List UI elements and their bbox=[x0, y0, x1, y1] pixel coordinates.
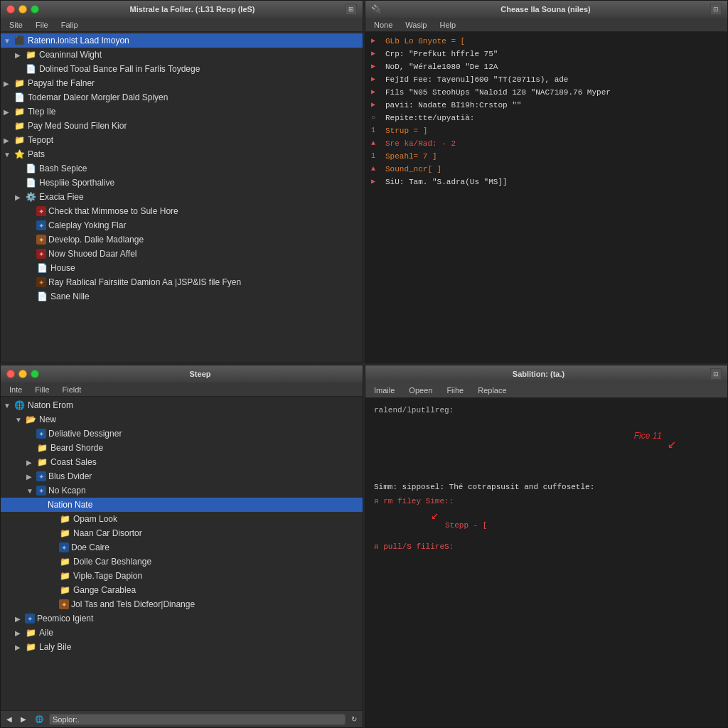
toolbar-replace[interactable]: Replace bbox=[472, 385, 512, 396]
folder-icon: 📁 bbox=[59, 513, 70, 525]
tree-item[interactable]: 📄Todemar Daleor Morgler Dald Spiyen bbox=[1, 90, 363, 105]
tree-item[interactable]: 📄House bbox=[1, 261, 363, 275]
tree-item[interactable]: ▶✦Peomico Igient bbox=[1, 611, 363, 626]
menu-help[interactable]: Help bbox=[434, 19, 461, 31]
tree-item-label: Beard Shorde bbox=[50, 443, 103, 453]
close-button-3[interactable] bbox=[6, 370, 15, 378]
toolbar-imaile[interactable]: Imaile bbox=[368, 385, 400, 396]
menu-wasip[interactable]: Wasip bbox=[400, 19, 432, 31]
tree-item[interactable]: ▶⚙️Exacia Fiee bbox=[1, 190, 363, 204]
menubar-1: Site File Falip bbox=[1, 18, 363, 32]
stepp-search-input[interactable] bbox=[49, 714, 346, 725]
window-expand-4[interactable]: ⊡ bbox=[710, 368, 722, 380]
folder-icon: 📁 bbox=[14, 106, 25, 117]
tree-item[interactable]: ▼⬛Ratenn.ionist Laad Imoyon bbox=[1, 33, 363, 48]
tree-item[interactable]: ✦Check that Mimmose to Sule Hore bbox=[1, 204, 363, 218]
nav-back[interactable]: ◀ bbox=[4, 714, 15, 724]
close-button-1[interactable] bbox=[6, 5, 15, 14]
tree-item[interactable]: 📄Hespliie Sporthalive bbox=[1, 176, 363, 190]
menu-inte[interactable]: Inte bbox=[4, 384, 28, 395]
code-line: ▲ Sound_ncr[ ] bbox=[371, 163, 722, 176]
tree-item[interactable]: ✦Doe Caire bbox=[1, 540, 363, 555]
tree-item[interactable]: 📁Viple.Tage Dapion bbox=[1, 569, 363, 583]
tree-content-3: ▼🌐Naton Erom▼📂New✦Deliative Dessigner📁Be… bbox=[1, 397, 363, 710]
tree-item-label: House bbox=[50, 263, 75, 273]
tree-item[interactable]: ▶📁Tlep Ile bbox=[1, 105, 363, 119]
window-expand-1[interactable]: ⊞ bbox=[346, 4, 357, 15]
tree-item[interactable]: ▼📂New bbox=[1, 412, 363, 427]
folder-gear-icon: 📂 bbox=[25, 414, 36, 425]
app-icon: ⬛ bbox=[14, 35, 25, 46]
nav-refresh[interactable]: ↻ bbox=[348, 714, 360, 724]
tree-item-label: Naan Car Disortor bbox=[73, 528, 142, 538]
tree-item-label: Ceaninnal Wight bbox=[39, 50, 102, 60]
tree-panel-1[interactable]: ▼⬛Ratenn.ionist Laad Imoyon▶📁Ceaninnal W… bbox=[1, 32, 363, 363]
tree-item[interactable]: 📁Beard Shorde bbox=[1, 441, 363, 455]
tree-item[interactable]: 📁Naan Car Disortor bbox=[1, 526, 363, 540]
code-panel-1[interactable]: ▶ GLb Lo Gnyote = [▶ Crp: "Prefkut hffrl… bbox=[365, 32, 727, 363]
tree-item[interactable]: ✦Now Shuoed Daar Affel bbox=[1, 247, 363, 261]
tree-item-label: Ratenn.ionist Laad Imoyon bbox=[28, 36, 129, 46]
tree-item[interactable]: ✦Jol Tas and Tels Dicfeor|Dinange bbox=[1, 597, 363, 611]
sablition-editor[interactable]: ralend/lputllreg: Fice 11 ↙ Simm: sippos… bbox=[365, 398, 727, 727]
sablition-line: я rm filey Sime:: bbox=[374, 495, 719, 508]
toolbar-opeen[interactable]: Opeen bbox=[403, 385, 438, 396]
menu-fieldt[interactable]: Fieldt bbox=[57, 384, 87, 395]
tree-item[interactable]: 📁Pay Med Sound Filen Kior bbox=[1, 119, 363, 133]
tree-item-label: Now Shuoed Daar Affel bbox=[48, 249, 137, 259]
code-bullet: ▶ bbox=[371, 35, 385, 48]
code-line: ▶ NoD, "Wérale1080 "De 12A bbox=[371, 60, 722, 73]
tree-item[interactable]: ✦Deliative Dessigner bbox=[1, 427, 363, 441]
window-title-3: Steep bbox=[43, 370, 357, 378]
tree-item[interactable]: ✦Caleplay Yoking Flar bbox=[1, 218, 363, 232]
tree-item[interactable]: ▼⭐Pats bbox=[1, 147, 363, 161]
tree-item[interactable]: 📁Opam Look bbox=[1, 512, 363, 526]
maximize-button-3[interactable] bbox=[31, 370, 39, 378]
tree-item[interactable]: ▶✦Blus Dvider bbox=[1, 469, 363, 483]
tree-item[interactable]: ▶📁Ceaninnal Wight bbox=[1, 48, 363, 62]
tree-item[interactable]: ▼✦No Kcapn bbox=[1, 483, 363, 498]
menu-file-1[interactable]: File bbox=[30, 19, 54, 31]
code-line: ▶ Fils "N05 SteohUps "Naloid 1Z8 "NAC718… bbox=[371, 86, 722, 99]
star-icon: ⭐ bbox=[14, 149, 25, 160]
window-title-2: Chease Ila Souna (niles) bbox=[385, 5, 706, 14]
tree-item[interactable]: ▶📁Laly Bile bbox=[1, 640, 363, 654]
menu-site[interactable]: Site bbox=[4, 19, 28, 31]
tree-item-label: Nation Nate bbox=[48, 500, 92, 510]
code-bullet: ○ bbox=[371, 112, 385, 124]
tree-item[interactable]: ▶📁Coast Sales bbox=[1, 455, 363, 469]
minimize-button-1[interactable] bbox=[18, 5, 27, 14]
gear-icon: ⚙️ bbox=[25, 191, 36, 203]
tree-item[interactable]: ▶📁Tepopt bbox=[1, 133, 363, 147]
maximize-button-1[interactable] bbox=[31, 5, 39, 14]
window-expand-2[interactable]: ⊡ bbox=[710, 4, 722, 15]
tree-item[interactable]: ▶📁Aile bbox=[1, 626, 363, 640]
status-icon: ✦ bbox=[36, 206, 46, 216]
code-bullet: ▶ bbox=[371, 99, 385, 112]
sablition-line: я pull/S filireS: bbox=[374, 540, 719, 553]
nav-forward[interactable]: ▶ bbox=[18, 714, 29, 724]
tree-item[interactable]: 📁Gange Carablea bbox=[1, 583, 363, 597]
tree-item[interactable]: ▶📁Papyal the Falner bbox=[1, 76, 363, 90]
tree-item-label: Tepopt bbox=[28, 135, 53, 145]
menu-none[interactable]: None bbox=[368, 19, 398, 31]
menu-falip[interactable]: Falip bbox=[55, 19, 84, 31]
tree-item-label: Opam Look bbox=[73, 514, 117, 524]
tree-item[interactable]: ▼🌐Naton Erom bbox=[1, 398, 363, 412]
tree-item[interactable]: Nation Nate bbox=[1, 498, 363, 512]
tree-item[interactable]: ✦Develop. Dalie Madlange bbox=[1, 232, 363, 247]
menu-fille[interactable]: Fille bbox=[29, 384, 55, 395]
toolbar-fiihe[interactable]: Fiihe bbox=[441, 385, 469, 396]
tree-panel-3[interactable]: ▼🌐Naton Erom▼📂New✦Deliative Dessigner📁Be… bbox=[1, 397, 363, 710]
code-line: ▶ FejId Fee: Tayenul]600 "TT(20711s), ad… bbox=[371, 73, 722, 86]
code-bullet: ▶ bbox=[371, 48, 385, 60]
tree-item[interactable]: 📄Bash Sepice bbox=[1, 161, 363, 176]
traffic-lights-3 bbox=[6, 370, 39, 378]
tree-item[interactable]: 📄Sane Nille bbox=[1, 289, 363, 304]
tree-arrow: ▶ bbox=[15, 615, 25, 623]
minimize-button-3[interactable] bbox=[18, 370, 27, 378]
tree-item[interactable]: ✦Ray Rablical Fairsiite Damion Aa |JSP&I… bbox=[1, 275, 363, 289]
code-text: Strup = ] bbox=[385, 124, 427, 137]
tree-item[interactable]: 📁Dolle Car Beshlange bbox=[1, 555, 363, 569]
tree-item[interactable]: 📄Dolined Tooal Bance Fall in Farlis Toyd… bbox=[1, 62, 363, 76]
